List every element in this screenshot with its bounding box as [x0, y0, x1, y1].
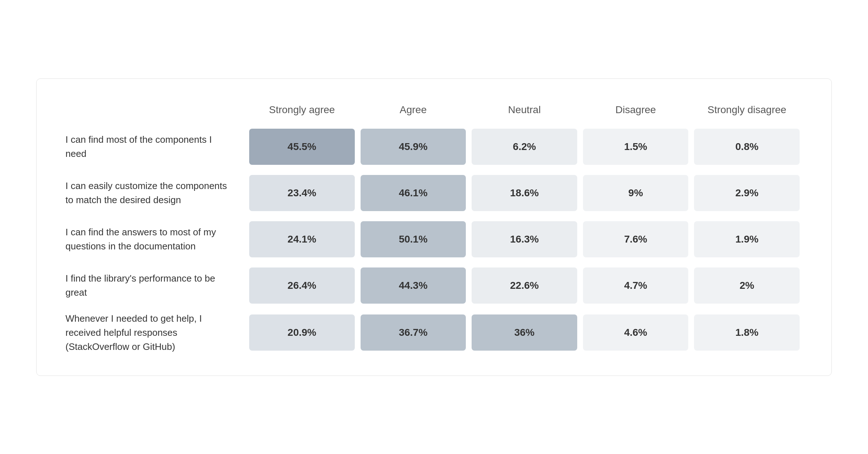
data-cell-r2-c2: 16.3% [472, 221, 577, 257]
data-cell-r1-c1: 46.1% [361, 175, 466, 211]
data-cell-r2-c0: 24.1% [249, 221, 355, 257]
table-row: I find the library's performance to be g… [65, 265, 803, 306]
data-cell-r4-c2: 36% [472, 314, 577, 351]
data-cell-r0-c2: 6.2% [472, 129, 577, 165]
row-label-1: I can easily customize the components to… [65, 179, 246, 207]
data-cell-r0-c1: 45.9% [361, 129, 466, 165]
table-body: I can find most of the components I need… [65, 127, 803, 354]
header-disagree: Disagree [580, 100, 692, 119]
header-empty-cell [65, 100, 246, 119]
data-cell-r4-c1: 36.7% [361, 314, 466, 351]
data-cell-r0-c3: 1.5% [583, 129, 689, 165]
data-cell-r0-c0: 45.5% [249, 129, 355, 165]
data-cell-r3-c2: 22.6% [472, 267, 577, 304]
row-label-4: Whenever I needed to get help, I receive… [65, 312, 246, 354]
data-cell-r3-c0: 26.4% [249, 267, 355, 304]
table-row: I can find the answers to most of my que… [65, 219, 803, 260]
row-label-0: I can find most of the components I need [65, 133, 246, 161]
data-cell-r0-c4: 0.8% [694, 129, 800, 165]
survey-table: Strongly agree Agree Neutral Disagree St… [65, 100, 803, 354]
header-strongly-agree: Strongly agree [246, 100, 358, 119]
data-cell-r4-c3: 4.6% [583, 314, 689, 351]
table-header: Strongly agree Agree Neutral Disagree St… [65, 100, 803, 119]
data-cell-r1-c2: 18.6% [472, 175, 577, 211]
data-cell-r2-c1: 50.1% [361, 221, 466, 257]
table-row: Whenever I needed to get help, I receive… [65, 312, 803, 354]
data-cell-r3-c3: 4.7% [583, 267, 689, 304]
data-cell-r3-c4: 2% [694, 267, 800, 304]
data-cell-r1-c3: 9% [583, 175, 689, 211]
data-cell-r2-c3: 7.6% [583, 221, 689, 257]
table-row: I can easily customize the components to… [65, 173, 803, 213]
header-agree: Agree [358, 100, 469, 119]
row-label-2: I can find the answers to most of my que… [65, 225, 246, 253]
data-cell-r1-c4: 2.9% [694, 175, 800, 211]
data-cell-r2-c4: 1.9% [694, 221, 800, 257]
header-neutral: Neutral [469, 100, 580, 119]
data-cell-r3-c1: 44.3% [361, 267, 466, 304]
main-container: Strongly agree Agree Neutral Disagree St… [36, 78, 832, 376]
data-cell-r4-c4: 1.8% [694, 314, 800, 351]
row-label-3: I find the library's performance to be g… [65, 271, 246, 300]
table-row: I can find most of the components I need… [65, 127, 803, 167]
data-cell-r1-c0: 23.4% [249, 175, 355, 211]
header-strongly-disagree: Strongly disagree [691, 100, 803, 119]
data-cell-r4-c0: 20.9% [249, 314, 355, 351]
